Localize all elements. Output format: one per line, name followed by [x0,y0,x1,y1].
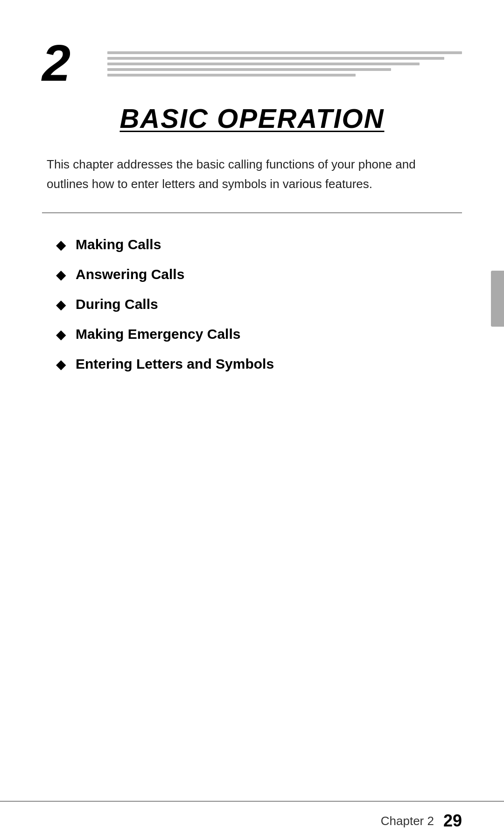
side-tab [491,271,504,327]
chapter-number: 2 [42,37,98,89]
page-container: 2 BASIC OPERATION This chapter addresses… [0,0,504,840]
page-footer: Chapter 2 29 [0,801,504,840]
bullet-diamond-1: ◆ [56,237,66,252]
bullet-diamond-5: ◆ [56,357,66,372]
toc-item-making-calls: ◆ Making Calls [56,237,448,252]
toc-item-entering-letters: ◆ Entering Letters and Symbols [56,356,448,372]
toc-item-emergency-calls: ◆ Making Emergency Calls [56,326,448,342]
bullet-diamond-3: ◆ [56,297,66,312]
bullet-diamond-2: ◆ [56,267,66,282]
header-line-2 [107,57,444,60]
toc-label-answering-calls: Answering Calls [76,266,184,282]
toc-item-answering-calls: ◆ Answering Calls [56,266,448,282]
section-divider [42,212,462,213]
chapter-header: 2 [42,37,462,89]
toc-label-emergency-calls: Making Emergency Calls [76,326,240,342]
toc-list: ◆ Making Calls ◆ Answering Calls ◆ Durin… [42,237,462,372]
page-title: BASIC OPERATION [119,103,384,133]
page-title-container: BASIC OPERATION [42,103,462,134]
intro-paragraph: This chapter addresses the basic calling… [42,155,462,194]
header-line-4 [107,68,391,71]
bullet-diamond-4: ◆ [56,327,66,342]
header-line-3 [107,63,420,65]
footer-page-number: 29 [443,811,462,831]
header-line-1 [107,51,462,54]
toc-label-making-calls: Making Calls [76,237,161,252]
toc-item-during-calls: ◆ During Calls [56,296,448,312]
header-decorative-lines [98,51,462,84]
toc-label-entering-letters: Entering Letters and Symbols [76,356,274,372]
header-line-5 [107,74,356,77]
footer-chapter-label: Chapter 2 [381,814,434,828]
toc-label-during-calls: During Calls [76,296,158,312]
